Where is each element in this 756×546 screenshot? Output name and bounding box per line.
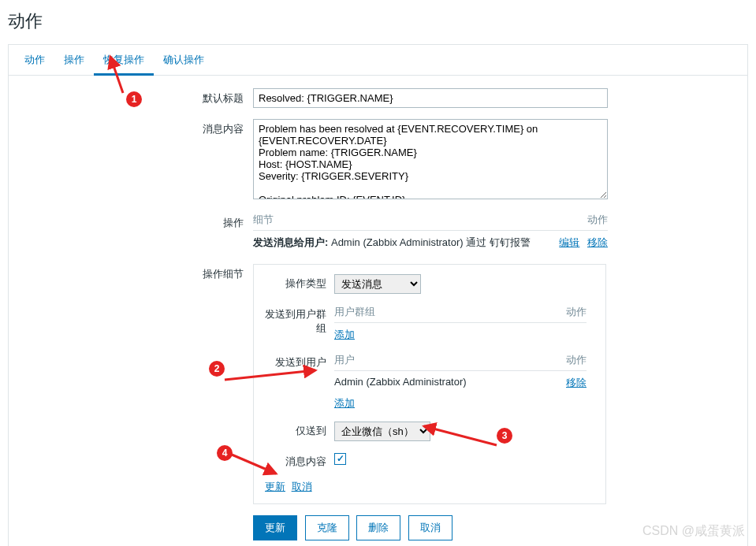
update-button[interactable]: 更新 <box>253 515 297 540</box>
label-operation-detail: 操作细节 <box>9 264 253 281</box>
svg-line-1 <box>225 370 315 380</box>
annotation-arrow-3 <box>418 422 505 453</box>
col-detail: 细节 <box>253 213 274 227</box>
svg-line-0 <box>110 57 123 93</box>
tab-action[interactable]: 动作 <box>15 45 54 75</box>
watermark: CSDN @咸蛋黄派 <box>642 523 745 540</box>
select-only-to[interactable]: 企业微信（sh） <box>334 422 430 441</box>
detail-cancel-link[interactable]: 取消 <box>292 481 312 492</box>
add-usergroup-link[interactable]: 添加 <box>334 329 355 340</box>
col-user: 用户 <box>334 353 355 367</box>
select-op-type[interactable]: 发送消息 <box>334 274 421 294</box>
annotation-arrow-2 <box>221 362 323 386</box>
operations-table: 细节 动作 发送消息给用户: Admin (Zabbix Administrat… <box>253 213 608 253</box>
tab-acknowledge-operation[interactable]: 确认操作 <box>154 45 214 75</box>
annotation-arrow-1 <box>101 54 132 101</box>
annotation-arrow-4 <box>229 451 284 483</box>
label-message-content: 消息内容 <box>9 119 253 136</box>
tab-operation[interactable]: 操作 <box>54 45 94 75</box>
operation-edit-link[interactable]: 编辑 <box>559 236 579 248</box>
page-title: 动作 <box>0 0 756 44</box>
user-row-name: Admin (Zabbix Administrator) <box>334 376 467 390</box>
svg-line-2 <box>424 426 497 445</box>
label-send-to-groups: 发送到用户群组 <box>265 305 334 342</box>
checkbox-msg-content[interactable]: ✓ <box>334 453 346 465</box>
form-container: 动作 操作 恢复操作 确认操作 默认标题 消息内容 Problem has be… <box>8 44 748 546</box>
col-usergroup-action: 动作 <box>566 305 587 319</box>
operation-row-detail: 发送消息给用户: Admin (Zabbix Administrator) 通过… <box>253 236 531 250</box>
user-remove-link[interactable]: 移除 <box>566 376 587 390</box>
textarea-message-content[interactable]: Problem has been resolved at {EVENT.RECO… <box>253 119 608 199</box>
input-default-title[interactable] <box>253 88 608 108</box>
cancel-button[interactable]: 取消 <box>408 515 452 540</box>
label-operations: 操作 <box>9 213 253 230</box>
operation-remove-link[interactable]: 移除 <box>587 236 608 248</box>
col-usergroup: 用户群组 <box>334 305 375 319</box>
col-user-action: 动作 <box>566 353 587 367</box>
col-action: 动作 <box>587 213 608 227</box>
label-only-to: 仅送到 <box>265 422 334 441</box>
form: 默认标题 消息内容 Problem has been resolved at {… <box>9 76 747 540</box>
delete-button[interactable]: 删除 <box>356 515 400 540</box>
label-op-type: 操作类型 <box>265 274 334 294</box>
clone-button[interactable]: 克隆 <box>305 515 349 540</box>
add-user-link[interactable]: 添加 <box>334 397 355 409</box>
svg-line-3 <box>232 455 276 474</box>
